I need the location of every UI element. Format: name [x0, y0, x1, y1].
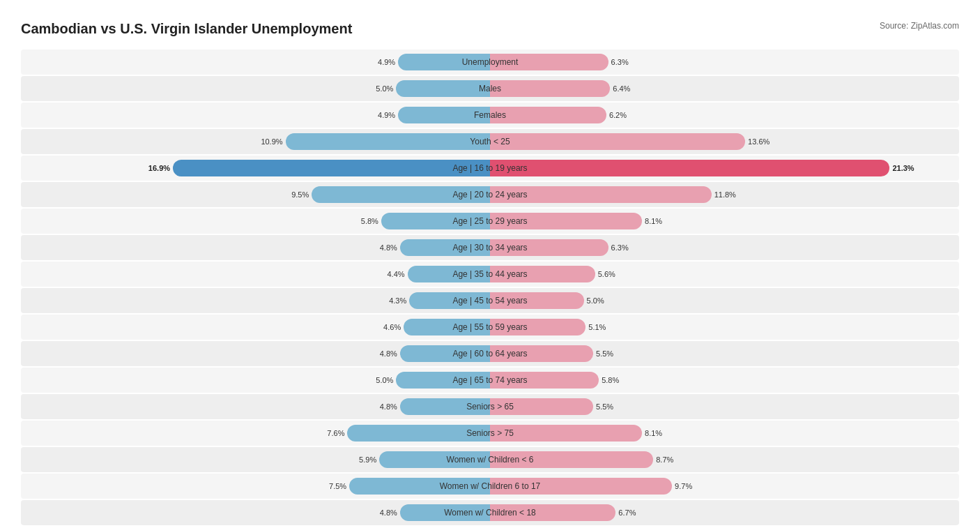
blue-bar [173, 160, 490, 176]
pink-bar [490, 319, 585, 335]
blue-bar [400, 345, 490, 362]
blue-bar [379, 451, 490, 468]
val-right: 5.6% [598, 270, 615, 278]
blue-bar [398, 107, 490, 123]
chart-title: Cambodian vs U.S. Virgin Islander Unempl… [21, 21, 352, 37]
val-left: 7.5% [329, 482, 346, 490]
val-right: 8.1% [645, 217, 662, 225]
bar-inner: 4.9%6.2%Females [21, 103, 959, 128]
val-left: 4.4% [387, 270, 404, 278]
val-right: 8.7% [656, 455, 673, 464]
blue-bar [404, 319, 490, 335]
bar-row: 4.9%6.2%Females [21, 103, 959, 128]
bar-row: 5.8%8.1%Age | 25 to 29 years [21, 209, 959, 234]
bar-inner: 7.6%8.1%Seniors > 75 [21, 421, 959, 446]
bar-inner: 7.5%9.7%Women w/ Children 6 to 17 [21, 474, 959, 499]
bar-inner: 4.8%5.5%Seniors > 65 [21, 394, 959, 419]
bar-row: 7.5%9.7%Women w/ Children 6 to 17 [21, 474, 959, 499]
bar-inner: 9.5%11.8%Age | 20 to 24 years [21, 182, 959, 207]
pink-bar [490, 504, 615, 521]
val-right: 8.1% [645, 429, 662, 437]
val-right: 13.6% [748, 137, 770, 146]
val-right: 5.5% [596, 349, 613, 358]
pink-bar [490, 425, 642, 442]
bar-row: 4.4%5.6%Age | 35 to 44 years [21, 262, 959, 287]
chart-header: Cambodian vs U.S. Virgin Islander Unempl… [21, 21, 959, 37]
val-left: 4.9% [378, 111, 395, 119]
pink-bar [490, 292, 584, 309]
pink-bar [490, 372, 599, 389]
bar-row: 4.8%5.5%Seniors > 65 [21, 394, 959, 419]
blue-bar [286, 133, 490, 150]
val-left: 4.3% [389, 296, 406, 305]
bar-row: 16.9%21.3%Age | 16 to 19 years [21, 156, 959, 181]
blue-bar [312, 186, 490, 203]
pink-bar [490, 160, 889, 176]
bar-inner: 5.0%5.8%Age | 65 to 74 years [21, 368, 959, 393]
blue-bar [347, 425, 490, 442]
blue-bar [400, 239, 490, 256]
blue-bar [398, 54, 490, 70]
chart-area: 4.9%6.3%Unemployment5.0%6.4%Males4.9%6.2… [21, 50, 959, 525]
val-left: 4.8% [380, 243, 397, 252]
bar-row: 4.3%5.0%Age | 45 to 54 years [21, 288, 959, 313]
val-left: 9.5% [291, 190, 309, 199]
val-left: 7.6% [327, 429, 344, 437]
pink-bar [490, 478, 672, 495]
blue-bar [409, 292, 490, 309]
val-right: 6.4% [613, 84, 630, 93]
val-right: 9.7% [675, 482, 692, 490]
bar-row: 4.8%6.7%Women w/ Children < 18 [21, 500, 959, 525]
pink-bar [490, 398, 593, 415]
bar-inner: 4.8%5.5%Age | 60 to 64 years [21, 341, 959, 366]
pink-bar [490, 186, 712, 203]
bar-inner: 16.9%21.3%Age | 16 to 19 years [21, 156, 959, 181]
val-left: 5.0% [376, 376, 393, 384]
bar-row: 5.0%5.8%Age | 65 to 74 years [21, 368, 959, 393]
pink-bar [490, 133, 745, 150]
val-right: 6.2% [609, 111, 627, 119]
val-left: 5.8% [361, 217, 378, 225]
val-left: 4.8% [380, 349, 397, 358]
blue-bar [396, 372, 490, 389]
bar-row: 4.8%6.3%Age | 30 to 34 years [21, 235, 959, 260]
blue-bar [396, 80, 490, 97]
bar-inner: 5.0%6.4%Males [21, 76, 959, 101]
pink-bar [490, 345, 593, 362]
bar-inner: 4.4%5.6%Age | 35 to 44 years [21, 262, 959, 287]
bar-row: 4.9%6.3%Unemployment [21, 50, 959, 75]
val-right: 21.3% [892, 164, 914, 172]
bar-row: 4.6%5.1%Age | 55 to 59 years [21, 315, 959, 340]
val-left: 4.8% [380, 402, 397, 411]
bar-row: 10.9%13.6%Youth < 25 [21, 129, 959, 154]
bar-inner: 4.8%6.7%Women w/ Children < 18 [21, 500, 959, 525]
bar-row: 7.6%8.1%Seniors > 75 [21, 421, 959, 446]
bar-inner: 4.6%5.1%Age | 55 to 59 years [21, 315, 959, 340]
bar-inner: 10.9%13.6%Youth < 25 [21, 129, 959, 154]
bar-row: 5.0%6.4%Males [21, 76, 959, 101]
bar-inner: 5.8%8.1%Age | 25 to 29 years [21, 209, 959, 234]
val-left: 16.9% [148, 164, 170, 172]
val-left: 4.6% [383, 323, 401, 331]
blue-bar [381, 213, 490, 229]
val-right: 5.1% [588, 323, 606, 331]
bar-row: 9.5%11.8%Age | 20 to 24 years [21, 182, 959, 207]
bar-inner: 4.3%5.0%Age | 45 to 54 years [21, 288, 959, 313]
val-left: 10.9% [261, 137, 282, 146]
val-left: 5.0% [376, 84, 393, 93]
blue-bar [408, 266, 490, 282]
chart-source: Source: ZipAtlas.com [880, 21, 959, 31]
chart-container: Cambodian vs U.S. Virgin Islander Unempl… [21, 14, 959, 528]
pink-bar [490, 213, 642, 229]
pink-bar [490, 451, 653, 468]
blue-bar [349, 478, 490, 495]
val-right: 6.3% [611, 58, 629, 66]
val-left: 5.9% [359, 455, 376, 464]
val-left: 4.8% [380, 508, 397, 517]
val-right: 6.3% [611, 243, 629, 252]
val-right: 6.7% [618, 508, 636, 517]
pink-bar [490, 80, 610, 97]
val-right: 11.8% [714, 190, 736, 199]
bar-row: 5.9%8.7%Women w/ Children < 6 [21, 447, 959, 472]
bar-inner: 4.9%6.3%Unemployment [21, 50, 959, 75]
